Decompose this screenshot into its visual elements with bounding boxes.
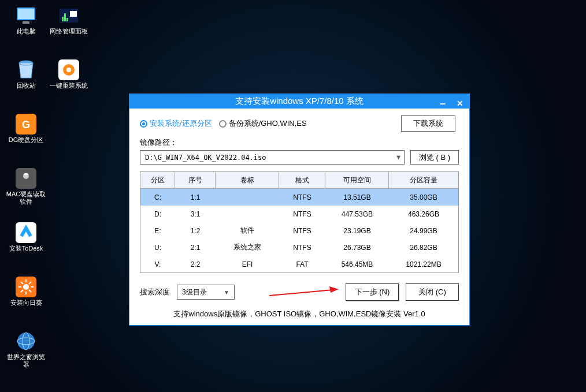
radio-install[interactable]: 安装系统/还原分区: [140, 118, 212, 129]
th-format: 格式: [279, 172, 325, 188]
cell-capacity: 463.26GB: [389, 210, 458, 218]
table-header: 分区 序号 卷标 格式 可用空间 分区容量: [140, 172, 458, 189]
cell-format: NTFS: [279, 210, 325, 218]
cell-volume: 软件: [216, 226, 279, 236]
title-controls: [437, 94, 466, 113]
desktop-icon-thispc[interactable]: 此电脑: [6, 6, 46, 58]
close-button[interactable]: 关闭 (C): [406, 283, 459, 301]
cell-drive: C:: [140, 193, 175, 201]
depth-select[interactable]: 3级目录: [177, 285, 235, 300]
cell-free: 546.45MB: [325, 260, 389, 268]
svg-point-19: [23, 284, 29, 290]
path-row: D:\G_WIN7_X64_OK_V2022.04.iso 浏览 ( B ): [140, 150, 459, 165]
image-path-value: D:\G_WIN7_X64_OK_V2022.04.iso: [145, 154, 266, 162]
radio-backup-label: 备份系统/GHO,WIN,ES: [229, 118, 307, 129]
svg-point-12: [66, 68, 71, 72]
svg-text:G: G: [22, 119, 30, 130]
browse-button[interactable]: 浏览 ( B ): [410, 150, 459, 165]
gear-orange-icon: [57, 60, 80, 80]
monitor-icon: [14, 6, 38, 25]
th-free: 可用空间: [325, 172, 389, 188]
cell-drive: D:: [140, 210, 175, 218]
desktop-icon-netpanel[interactable]: 网络管理面板: [49, 6, 89, 58]
svg-line-31: [269, 290, 333, 296]
installer-window: 支持安装windows XP/7/8/10 系统 安装系统/还原分区 备份系统/…: [129, 94, 470, 326]
sunflower-icon: [14, 277, 38, 297]
globe-icon: [14, 331, 38, 351]
todesk-icon: [14, 223, 38, 242]
cell-volume: 系统之家: [216, 242, 279, 252]
cell-capacity: 35.00GB: [389, 193, 458, 201]
cell-free: 26.73GB: [325, 244, 389, 252]
th-capacity: 分区容量: [389, 172, 458, 188]
table-row[interactable]: C:1:1NTFS13.51GB35.00GB: [140, 189, 458, 206]
svg-point-28: [17, 333, 35, 350]
icon-label: DG硬盘分区: [9, 136, 44, 144]
radio-install-label: 安装系统/还原分区: [150, 118, 212, 129]
footer-text: 支持windows原版镜像，GHOST ISO镜像，GHO,WIM,ESD镜像安…: [140, 309, 459, 319]
desktop-icon-recycle[interactable]: 回收站: [6, 60, 46, 112]
table-row[interactable]: E:1:2软件NTFS23.19GB24.99GB: [140, 222, 458, 239]
cell-index: 3:1: [175, 210, 216, 218]
desktop-icon-sunflower[interactable]: 安装向日葵: [6, 277, 46, 329]
cell-free: 13.51GB: [325, 193, 389, 201]
table-body: C:1:1NTFS13.51GB35.00GBD:3:1NTFS447.53GB…: [140, 189, 458, 272]
desktop-icon-macdisk[interactable]: MAC硬盘读取软件: [6, 169, 46, 221]
cell-drive: V:: [140, 260, 175, 268]
cell-capacity: 24.99GB: [389, 227, 458, 235]
mac-icon: [14, 169, 38, 188]
th-volume: 卷标: [216, 172, 279, 188]
window-title: 支持安装windows XP/7/8/10 系统: [235, 96, 364, 107]
desktop-icon-reinstall[interactable]: 一键重装系统: [49, 60, 89, 112]
radio-backup[interactable]: 备份系统/GHO,WIN,ES: [219, 118, 307, 129]
window-content: 安装系统/还原分区 备份系统/GHO,WIN,ES 下载系统 镜像路径： D:\…: [129, 109, 469, 325]
cell-free: 23.19GB: [325, 227, 389, 235]
icon-label: 此电脑: [17, 28, 36, 35]
mode-row: 安装系统/还原分区 备份系统/GHO,WIN,ES 下载系统: [140, 115, 459, 132]
table-row[interactable]: V:2:2EFIFAT546.45MB1021.22MB: [140, 256, 458, 272]
arrow-annotation: [242, 285, 339, 300]
th-index: 序号: [175, 172, 216, 188]
cell-index: 1:1: [175, 193, 216, 201]
cell-format: NTFS: [279, 193, 325, 201]
dg-icon: G: [14, 114, 38, 134]
cell-format: FAT: [279, 260, 325, 268]
depth-value: 3级目录: [182, 288, 207, 297]
icon-label: 网络管理面板: [50, 28, 88, 35]
desktop: 此电脑网络管理面板回收站一键重装系统GDG硬盘分区MAC硬盘读取软件安装ToDe…: [6, 6, 89, 383]
cell-format: NTFS: [279, 227, 325, 235]
cell-drive: U:: [140, 244, 175, 252]
icon-label: 回收站: [17, 82, 36, 89]
radio-icon: [219, 120, 227, 128]
icon-label: 安装ToDesk: [9, 245, 43, 252]
svg-marker-32: [329, 286, 339, 293]
svg-rect-2: [23, 21, 29, 24]
cell-index: 2:1: [175, 244, 216, 252]
download-button[interactable]: 下载系统: [401, 115, 455, 132]
desktop-icon-browser[interactable]: 世界之窗浏览器: [6, 331, 46, 383]
path-label: 镜像路径：: [140, 137, 459, 148]
partition-table: 分区 序号 卷标 格式 可用空间 分区容量 C:1:1NTFS13.51GB35…: [140, 171, 459, 273]
table-row[interactable]: D:3:1NTFS447.53GB463.26GB: [140, 206, 458, 222]
titlebar: 支持安装windows XP/7/8/10 系统: [129, 94, 469, 109]
minimize-icon[interactable]: [437, 98, 448, 109]
radio-icon: [140, 120, 147, 128]
cell-free: 447.53GB: [325, 210, 389, 218]
cell-capacity: 1021.22MB: [389, 260, 458, 268]
depth-label: 搜索深度: [140, 287, 170, 297]
table-row[interactable]: U:2:1系统之家NTFS26.73GB26.82GB: [140, 239, 458, 256]
image-path-select[interactable]: D:\G_WIN7_X64_OK_V2022.04.iso: [140, 150, 405, 165]
cell-index: 1:2: [175, 227, 216, 235]
icon-label: 安装向日葵: [10, 299, 42, 307]
desktop-icon-diskgenius[interactable]: GDG硬盘分区: [6, 114, 46, 166]
chart-icon: [57, 6, 80, 25]
svg-rect-5: [64, 13, 66, 21]
cell-volume: EFI: [216, 260, 279, 268]
next-button[interactable]: 下一步 (N): [346, 283, 399, 301]
close-icon[interactable]: [454, 98, 466, 109]
svg-rect-4: [62, 17, 64, 21]
icon-label: 世界之窗浏览器: [6, 353, 46, 368]
cell-drive: E:: [140, 227, 175, 235]
th-drive: 分区: [140, 172, 175, 188]
desktop-icon-todesk[interactable]: 安装ToDesk: [6, 223, 46, 275]
